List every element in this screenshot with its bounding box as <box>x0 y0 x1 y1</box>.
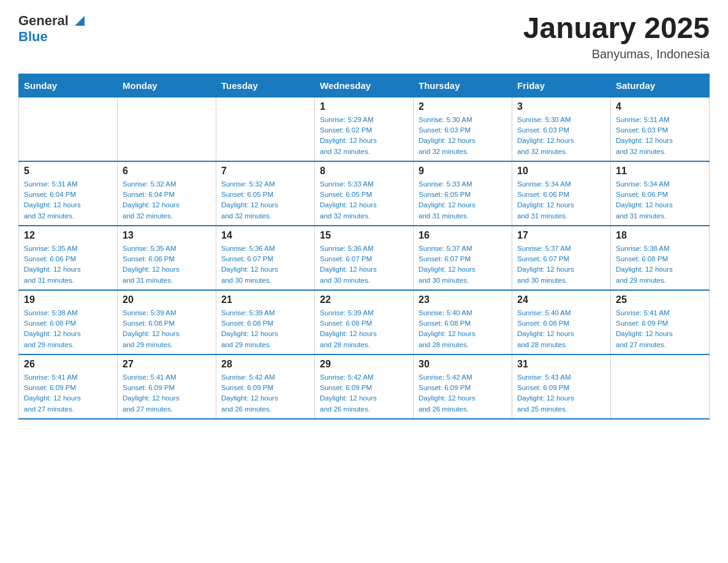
week-row-2: 5Sunrise: 5:31 AMSunset: 6:04 PMDaylight… <box>19 161 710 226</box>
day-info: Sunrise: 5:39 AMSunset: 6:08 PMDaylight:… <box>221 308 309 350</box>
day-number: 6 <box>123 166 211 177</box>
day-number: 29 <box>320 359 408 370</box>
day-number: 26 <box>24 359 112 370</box>
week-row-3: 12Sunrise: 5:35 AMSunset: 6:06 PMDayligh… <box>19 226 710 290</box>
day-info: Sunrise: 5:36 AMSunset: 6:07 PMDaylight:… <box>320 243 408 286</box>
day-info: Sunrise: 5:35 AMSunset: 6:06 PMDaylight:… <box>123 243 211 286</box>
calendar-cell <box>118 97 216 161</box>
day-number: 11 <box>616 166 704 177</box>
calendar-table: SundayMondayTuesdayWednesdayThursdayFrid… <box>18 74 710 419</box>
header-thursday: Thursday <box>414 74 512 97</box>
day-info: Sunrise: 5:39 AMSunset: 6:08 PMDaylight:… <box>320 308 408 350</box>
calendar-cell: 6Sunrise: 5:32 AMSunset: 6:04 PMDaylight… <box>118 161 216 226</box>
day-info: Sunrise: 5:34 AMSunset: 6:06 PMDaylight:… <box>616 179 704 221</box>
calendar-cell: 5Sunrise: 5:31 AMSunset: 6:04 PMDaylight… <box>19 161 118 226</box>
day-number: 15 <box>320 230 408 241</box>
calendar-cell: 8Sunrise: 5:33 AMSunset: 6:05 PMDaylight… <box>315 161 414 226</box>
day-info: Sunrise: 5:36 AMSunset: 6:07 PMDaylight:… <box>221 243 309 286</box>
calendar-cell: 16Sunrise: 5:37 AMSunset: 6:07 PMDayligh… <box>414 226 512 290</box>
day-number: 1 <box>320 101 408 112</box>
day-number: 31 <box>517 359 605 370</box>
day-info: Sunrise: 5:43 AMSunset: 6:09 PMDaylight:… <box>517 372 605 415</box>
calendar-cell: 24Sunrise: 5:40 AMSunset: 6:08 PMDayligh… <box>512 290 611 354</box>
day-number: 12 <box>24 230 112 241</box>
calendar-cell: 20Sunrise: 5:39 AMSunset: 6:08 PMDayligh… <box>118 290 216 354</box>
day-number: 24 <box>517 294 605 305</box>
page-header: General Blue January 2025 Banyumas, Indo… <box>18 12 710 61</box>
calendar-cell: 10Sunrise: 5:34 AMSunset: 6:06 PMDayligh… <box>512 161 611 226</box>
calendar-cell: 29Sunrise: 5:42 AMSunset: 6:09 PMDayligh… <box>315 354 414 419</box>
day-number: 2 <box>419 101 507 112</box>
location: Banyumas, Indonesia <box>523 47 710 61</box>
day-number: 14 <box>221 230 309 241</box>
day-info: Sunrise: 5:37 AMSunset: 6:07 PMDaylight:… <box>419 243 507 286</box>
header-sunday: Sunday <box>19 74 118 97</box>
day-number: 18 <box>616 230 704 241</box>
day-info: Sunrise: 5:41 AMSunset: 6:09 PMDaylight:… <box>616 308 704 350</box>
day-info: Sunrise: 5:39 AMSunset: 6:08 PMDaylight:… <box>123 308 211 350</box>
day-info: Sunrise: 5:38 AMSunset: 6:08 PMDaylight:… <box>24 308 112 350</box>
calendar-cell: 30Sunrise: 5:42 AMSunset: 6:09 PMDayligh… <box>414 354 512 419</box>
day-number: 21 <box>221 294 309 305</box>
header-saturday: Saturday <box>611 74 710 97</box>
calendar-cell: 7Sunrise: 5:32 AMSunset: 6:05 PMDaylight… <box>216 161 315 226</box>
calendar-cell: 19Sunrise: 5:38 AMSunset: 6:08 PMDayligh… <box>19 290 118 354</box>
calendar-header-row: SundayMondayTuesdayWednesdayThursdayFrid… <box>19 74 710 97</box>
calendar-cell: 28Sunrise: 5:42 AMSunset: 6:09 PMDayligh… <box>216 354 315 419</box>
header-monday: Monday <box>118 74 216 97</box>
header-tuesday: Tuesday <box>216 74 315 97</box>
day-number: 16 <box>419 230 507 241</box>
calendar-cell: 27Sunrise: 5:41 AMSunset: 6:09 PMDayligh… <box>118 354 216 419</box>
calendar-cell: 31Sunrise: 5:43 AMSunset: 6:09 PMDayligh… <box>512 354 611 419</box>
day-info: Sunrise: 5:41 AMSunset: 6:09 PMDaylight:… <box>123 372 211 415</box>
title-block: January 2025 Banyumas, Indonesia <box>523 12 710 61</box>
day-number: 25 <box>616 294 704 305</box>
calendar-cell: 22Sunrise: 5:39 AMSunset: 6:08 PMDayligh… <box>315 290 414 354</box>
week-row-4: 19Sunrise: 5:38 AMSunset: 6:08 PMDayligh… <box>19 290 710 354</box>
week-row-1: 1Sunrise: 5:29 AMSunset: 6:02 PMDaylight… <box>19 97 710 161</box>
calendar-cell: 15Sunrise: 5:36 AMSunset: 6:07 PMDayligh… <box>315 226 414 290</box>
day-info: Sunrise: 5:42 AMSunset: 6:09 PMDaylight:… <box>320 372 408 415</box>
calendar-cell: 18Sunrise: 5:38 AMSunset: 6:08 PMDayligh… <box>611 226 710 290</box>
header-wednesday: Wednesday <box>315 74 414 97</box>
logo: General Blue <box>18 12 88 44</box>
day-info: Sunrise: 5:33 AMSunset: 6:05 PMDaylight:… <box>320 179 408 221</box>
day-number: 28 <box>221 359 309 370</box>
day-number: 22 <box>320 294 408 305</box>
day-info: Sunrise: 5:35 AMSunset: 6:06 PMDaylight:… <box>24 243 112 286</box>
calendar-cell: 11Sunrise: 5:34 AMSunset: 6:06 PMDayligh… <box>611 161 710 226</box>
day-info: Sunrise: 5:34 AMSunset: 6:06 PMDaylight:… <box>517 179 605 221</box>
day-number: 7 <box>221 166 309 177</box>
calendar-cell: 21Sunrise: 5:39 AMSunset: 6:08 PMDayligh… <box>216 290 315 354</box>
calendar-cell: 9Sunrise: 5:33 AMSunset: 6:05 PMDaylight… <box>414 161 512 226</box>
day-info: Sunrise: 5:42 AMSunset: 6:09 PMDaylight:… <box>419 372 507 415</box>
day-number: 5 <box>24 166 112 177</box>
calendar-cell: 3Sunrise: 5:30 AMSunset: 6:03 PMDaylight… <box>512 97 611 161</box>
month-title: January 2025 <box>523 12 710 45</box>
calendar-cell: 26Sunrise: 5:41 AMSunset: 6:09 PMDayligh… <box>19 354 118 419</box>
day-info: Sunrise: 5:31 AMSunset: 6:04 PMDaylight:… <box>24 179 112 221</box>
day-info: Sunrise: 5:33 AMSunset: 6:05 PMDaylight:… <box>419 179 507 221</box>
logo-text-general: General <box>18 13 69 28</box>
day-number: 10 <box>517 166 605 177</box>
day-number: 20 <box>123 294 211 305</box>
day-info: Sunrise: 5:30 AMSunset: 6:03 PMDaylight:… <box>419 115 507 157</box>
calendar-cell <box>19 97 118 161</box>
day-number: 19 <box>24 294 112 305</box>
day-number: 3 <box>517 101 605 112</box>
day-number: 8 <box>320 166 408 177</box>
day-info: Sunrise: 5:32 AMSunset: 6:05 PMDaylight:… <box>221 179 309 221</box>
day-info: Sunrise: 5:41 AMSunset: 6:09 PMDaylight:… <box>24 372 112 415</box>
week-row-5: 26Sunrise: 5:41 AMSunset: 6:09 PMDayligh… <box>19 354 710 419</box>
day-info: Sunrise: 5:42 AMSunset: 6:09 PMDaylight:… <box>221 372 309 415</box>
day-info: Sunrise: 5:29 AMSunset: 6:02 PMDaylight:… <box>320 115 408 157</box>
day-number: 23 <box>419 294 507 305</box>
calendar-cell: 1Sunrise: 5:29 AMSunset: 6:02 PMDaylight… <box>315 97 414 161</box>
day-number: 27 <box>123 359 211 370</box>
day-number: 4 <box>616 101 704 112</box>
header-friday: Friday <box>512 74 611 97</box>
calendar-cell: 14Sunrise: 5:36 AMSunset: 6:07 PMDayligh… <box>216 226 315 290</box>
logo-text-blue: Blue <box>18 29 48 44</box>
day-info: Sunrise: 5:37 AMSunset: 6:07 PMDaylight:… <box>517 243 605 286</box>
day-info: Sunrise: 5:40 AMSunset: 6:08 PMDaylight:… <box>517 308 605 350</box>
